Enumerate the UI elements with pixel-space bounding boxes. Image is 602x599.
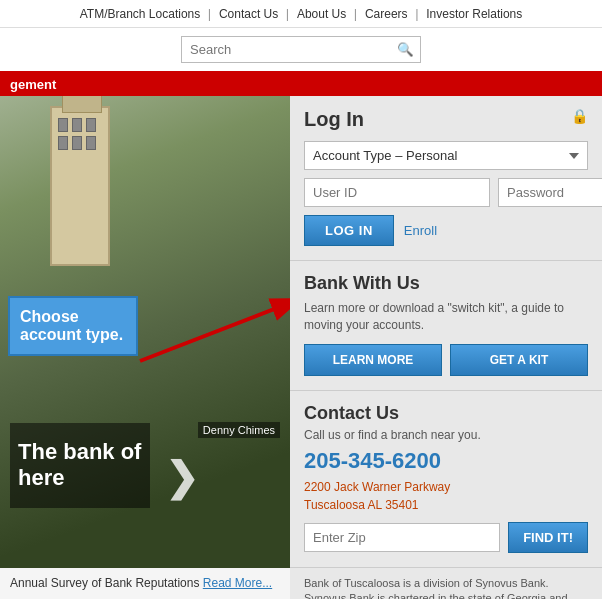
- phone-number: 205-345-6200: [304, 448, 588, 474]
- bank-buttons: LEARN MORE GET A KIT: [304, 344, 588, 376]
- bank-here-box: The bank of here: [10, 423, 150, 508]
- get-a-kit-button[interactable]: GET A KIT: [450, 344, 588, 376]
- tower-windows: [52, 108, 108, 160]
- contact-section: Contact Us Call us or find a branch near…: [290, 391, 602, 568]
- search-bar-inner: 🔍: [181, 36, 421, 63]
- zip-row: FIND IT!: [304, 522, 588, 553]
- left-image: Choose account type. Denny Chimes The ba…: [0, 96, 290, 568]
- lock-icon: 🔒: [571, 108, 588, 124]
- password-input[interactable]: [498, 178, 602, 207]
- atm-branch-link[interactable]: ATM/Branch Locations: [80, 7, 201, 21]
- main-content: Choose account type. Denny Chimes The ba…: [0, 96, 602, 568]
- read-more-link[interactable]: Read More...: [203, 576, 272, 590]
- about-us-link[interactable]: About Us: [297, 7, 346, 21]
- search-button[interactable]: 🔍: [391, 37, 420, 62]
- red-bar: gement: [0, 73, 602, 96]
- denny-chimes-label: Denny Chimes: [198, 422, 280, 438]
- login-fields: [304, 178, 588, 207]
- contact-subtext: Call us or find a branch near you.: [304, 428, 588, 442]
- bank-with-us-description: Learn more or download a "switch kit", a…: [304, 300, 588, 334]
- bottom-row: Annual Survey of Bank Reputations Read M…: [0, 568, 602, 599]
- investor-relations-link[interactable]: Investor Relations: [426, 7, 522, 21]
- top-bar: ATM/Branch Locations | Contact Us | Abou…: [0, 0, 602, 28]
- find-it-button[interactable]: FIND IT!: [508, 522, 588, 553]
- login-title: Log In: [304, 108, 588, 131]
- enroll-link[interactable]: Enroll: [404, 223, 437, 238]
- bottom-left: Annual Survey of Bank Reputations Read M…: [0, 568, 290, 599]
- zip-input[interactable]: [304, 523, 500, 552]
- address-line1: 2200 Jack Warner Parkway: [304, 478, 588, 496]
- survey-text: Annual Survey of Bank Reputations: [10, 576, 199, 590]
- contact-us-link[interactable]: Contact Us: [219, 7, 278, 21]
- contact-title: Contact Us: [304, 403, 588, 424]
- tower-top: [62, 96, 102, 113]
- login-actions: LOG IN Enroll: [304, 215, 588, 246]
- disclaimer-text: Bank of Tuscaloosa is a division of Syno…: [304, 577, 568, 599]
- login-section: Log In 🔒 Account Type – Personal LOG IN …: [290, 96, 602, 261]
- careers-link[interactable]: Careers: [365, 7, 408, 21]
- user-id-input[interactable]: [304, 178, 490, 207]
- chevron-right-icon[interactable]: ❯: [165, 454, 199, 500]
- bank-with-us-section: Bank With Us Learn more or download a "s…: [290, 261, 602, 391]
- learn-more-button[interactable]: LEARN MORE: [304, 344, 442, 376]
- address-line2: Tuscaloosa AL 35401: [304, 496, 588, 514]
- bank-with-us-title: Bank With Us: [304, 273, 588, 294]
- login-button[interactable]: LOG IN: [304, 215, 394, 246]
- account-type-select[interactable]: Account Type – Personal: [304, 141, 588, 170]
- annotation-box: Choose account type.: [8, 296, 138, 356]
- search-bar: 🔍: [0, 28, 602, 73]
- tower: [50, 106, 110, 266]
- right-panel: Log In 🔒 Account Type – Personal LOG IN …: [290, 96, 602, 568]
- address: 2200 Jack Warner Parkway Tuscaloosa AL 3…: [304, 478, 588, 514]
- bottom-right: Bank of Tuscaloosa is a division of Syno…: [290, 568, 602, 599]
- search-input[interactable]: [182, 37, 391, 62]
